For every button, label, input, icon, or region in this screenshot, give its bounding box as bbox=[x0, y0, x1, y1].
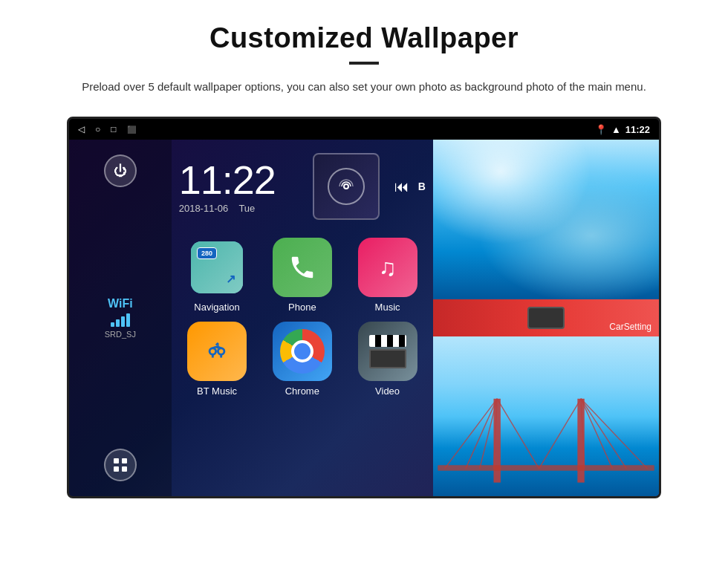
wifi-bars bbox=[105, 313, 136, 327]
nav-route-badge: 280 bbox=[197, 247, 217, 259]
wifi-bar-4 bbox=[126, 313, 130, 327]
svg-line-17 bbox=[581, 398, 626, 468]
phone-label: Phone bbox=[288, 302, 316, 313]
nav-map-icon: 280 ↗ bbox=[191, 241, 243, 293]
clapper-top bbox=[369, 335, 406, 347]
phone-icon bbox=[273, 238, 332, 297]
svg-rect-0 bbox=[114, 458, 119, 463]
carsetting-strip: CarSetting bbox=[433, 299, 659, 336]
grid-icon bbox=[113, 458, 128, 472]
clock-section: 11:22 2018-11-06 Tue bbox=[179, 147, 426, 226]
svg-rect-2 bbox=[114, 466, 119, 472]
music-widget bbox=[313, 153, 380, 220]
chrome-inner-circle bbox=[291, 340, 313, 362]
wallpaper-previews: CarSetting bbox=[433, 140, 659, 496]
svg-point-6 bbox=[218, 348, 224, 355]
radio-wave-icon bbox=[337, 178, 355, 195]
app-item-navigation[interactable]: 280 ↗ Navigation bbox=[179, 238, 256, 313]
carsetting-label: CarSetting bbox=[609, 322, 651, 332]
app-item-music[interactable]: ♫ Music bbox=[349, 238, 426, 313]
page-wrapper: Customized Wallpaper Preload over 5 defa… bbox=[0, 0, 728, 498]
clapper-bottom bbox=[369, 349, 406, 368]
status-time: 11:22 bbox=[625, 124, 650, 135]
music-label: Music bbox=[375, 302, 400, 313]
nav-direction-arrow: ↗ bbox=[226, 272, 235, 286]
svg-line-21 bbox=[539, 398, 581, 468]
power-button[interactable]: ⏻ bbox=[104, 154, 137, 187]
phone-svg bbox=[288, 253, 316, 282]
music-app-icon: ♫ bbox=[358, 238, 417, 297]
prev-track-button[interactable]: ⏮ bbox=[394, 178, 409, 195]
wifi-network-name: SRD_SJ bbox=[105, 330, 136, 339]
power-icon: ⏻ bbox=[114, 163, 127, 179]
chrome-label: Chrome bbox=[285, 385, 319, 397]
bt-music-label: BT Music bbox=[197, 385, 237, 397]
recent-icon: □ bbox=[111, 124, 116, 134]
device-frame: ◁ ○ □ ⬛ 📍 ▲ 11:22 ⏻ WiFi bbox=[67, 117, 661, 498]
navigation-label: Navigation bbox=[194, 302, 239, 313]
svg-rect-3 bbox=[122, 466, 127, 472]
svg-rect-22 bbox=[438, 465, 654, 471]
svg-point-4 bbox=[344, 184, 348, 189]
back-icon: ◁ bbox=[78, 124, 85, 134]
music-note-icon: ♫ bbox=[379, 254, 397, 282]
title-divider bbox=[349, 62, 379, 65]
carsetting-device-icon bbox=[527, 307, 565, 329]
wifi-signal-icon: ▲ bbox=[611, 124, 621, 135]
app-item-video[interactable]: Video bbox=[349, 322, 426, 397]
home-icon: ○ bbox=[95, 124, 100, 134]
app-grid: 280 ↗ Navigation Phone bbox=[179, 238, 426, 397]
svg-line-20 bbox=[497, 398, 539, 468]
navigation-icon: 280 ↗ bbox=[187, 238, 247, 297]
app-item-bt-music[interactable]: BT Music bbox=[179, 322, 256, 397]
wifi-info: WiFi SRD_SJ bbox=[105, 297, 136, 339]
bluetooth-headphones-svg bbox=[204, 339, 230, 364]
clapperboard-icon bbox=[369, 335, 406, 368]
app-item-chrome[interactable]: Chrome bbox=[264, 322, 340, 397]
media-controls: ⏮ B bbox=[394, 178, 426, 195]
status-left: ◁ ○ □ ⬛ bbox=[78, 124, 136, 134]
wifi-bar-2 bbox=[116, 319, 120, 327]
clock-info: 11:22 2018-11-06 Tue bbox=[179, 160, 276, 214]
location-icon: 📍 bbox=[595, 124, 607, 135]
chrome-app-icon bbox=[273, 322, 332, 381]
bridge-svg bbox=[433, 385, 659, 497]
music-widget-icon bbox=[328, 168, 365, 205]
artist-initial: B bbox=[418, 180, 426, 192]
wifi-title: WiFi bbox=[105, 297, 136, 310]
chrome-outer-ring bbox=[280, 329, 325, 374]
wallpaper-bridge[interactable] bbox=[433, 336, 659, 496]
main-area: 11:22 2018-11-06 Tue bbox=[172, 140, 433, 496]
wallpaper-ice[interactable] bbox=[433, 140, 659, 299]
page-title: Customized Wallpaper bbox=[30, 22, 698, 54]
left-sidebar: ⏻ WiFi SRD_SJ bbox=[69, 140, 172, 496]
status-right: 📍 ▲ 11:22 bbox=[595, 124, 650, 135]
ice-texture bbox=[433, 140, 659, 299]
svg-rect-1 bbox=[122, 458, 127, 463]
svg-line-18 bbox=[581, 398, 612, 468]
clock-time: 11:22 bbox=[179, 160, 276, 200]
bt-music-icon bbox=[187, 322, 247, 381]
status-bar: ◁ ○ □ ⬛ 📍 ▲ 11:22 bbox=[69, 119, 659, 140]
wifi-bar-3 bbox=[121, 316, 125, 327]
clock-date: 2018-11-06 Tue bbox=[179, 203, 276, 214]
svg-point-5 bbox=[209, 348, 216, 355]
page-description: Preload over 5 default wallpaper options… bbox=[30, 78, 698, 96]
wifi-bar-1 bbox=[111, 322, 114, 327]
video-app-icon bbox=[358, 322, 417, 381]
screenshot-icon: ⬛ bbox=[127, 126, 136, 134]
svg-line-16 bbox=[581, 398, 647, 468]
video-label: Video bbox=[375, 385, 400, 397]
app-item-phone[interactable]: Phone bbox=[264, 238, 340, 313]
apps-grid-button[interactable] bbox=[104, 449, 137, 481]
screen-content: ⏻ WiFi SRD_SJ bbox=[69, 140, 659, 496]
